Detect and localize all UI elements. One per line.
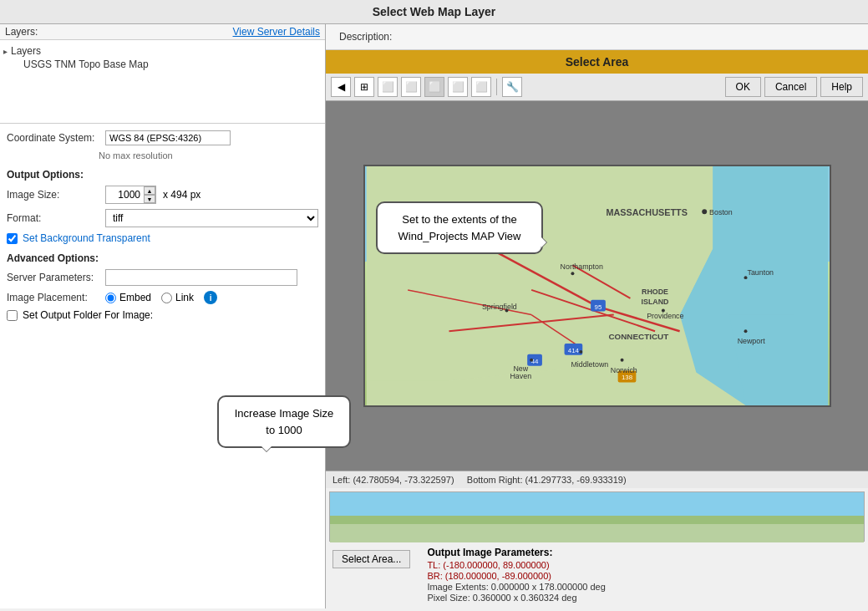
svg-text:ISLAND: ISLAND xyxy=(641,298,669,306)
param-tl: TL: (-180.000000, 89.000000) xyxy=(427,560,605,570)
spinner-down[interactable]: ▼ xyxy=(144,195,155,203)
tree-layer-item[interactable]: USGS TNM Topo Base Map xyxy=(3,59,322,70)
image-size-suffix: x 494 px xyxy=(163,189,201,201)
svg-text:Boston: Boston xyxy=(709,208,733,216)
svg-text:Taunton: Taunton xyxy=(747,268,774,277)
svg-text:CONNECTICUT: CONNECTICUT xyxy=(608,332,668,341)
image-placement-row: Image Placement: Embed Link i xyxy=(7,291,318,304)
image-size-value[interactable] xyxy=(106,187,144,202)
layers-header: Layers: View Server Details xyxy=(0,24,325,40)
map-toolbar: ◀ ⊞ ⬜ ⬜ ⬜ ⬜ ⬜ 🔧 OK Cancel Help xyxy=(326,74,868,101)
svg-text:MASSACHUSETTS: MASSACHUSETTS xyxy=(606,207,687,217)
toolbar-pan-btn[interactable]: ⬜ xyxy=(424,77,444,97)
toolbar-settings-btn[interactable]: 🔧 xyxy=(502,77,522,97)
help-button[interactable]: Help xyxy=(820,77,863,97)
coord-label: Coordinate System: xyxy=(7,132,99,144)
tree-expand-arrow: ▸ xyxy=(3,47,8,56)
server-params-input[interactable] xyxy=(105,269,297,286)
svg-text:414: 414 xyxy=(567,347,579,354)
image-placement-label: Image Placement: xyxy=(7,292,99,303)
background-transparent-checkbox[interactable] xyxy=(7,233,18,244)
svg-point-24 xyxy=(571,272,574,275)
tree-layer-label: USGS TNM Topo Base Map xyxy=(23,59,149,70)
output-params-title: Output Image Parameters: xyxy=(427,547,605,558)
svg-point-35 xyxy=(620,359,623,362)
svg-text:Northampton: Northampton xyxy=(560,262,602,271)
extent-bottomright: Bottom Right: (41.297733, -69.933319) xyxy=(467,475,627,485)
image-size-spinner[interactable]: ▲ ▼ xyxy=(105,186,156,204)
spinner-up[interactable]: ▲ xyxy=(144,186,155,195)
svg-text:New: New xyxy=(513,364,528,373)
param-pixel-size: Pixel Size: 0.360000 x 0.360324 deg xyxy=(427,593,605,603)
svg-text:Haven: Haven xyxy=(510,372,531,380)
map-area[interactable]: Set to the extents of the Wind_Projects … xyxy=(326,101,868,471)
svg-text:Middletown: Middletown xyxy=(571,360,608,369)
svg-text:Newport: Newport xyxy=(737,337,765,345)
toolbar-back-btn[interactable]: ◀ xyxy=(331,77,351,97)
svg-rect-41 xyxy=(330,516,864,524)
info-icon[interactable]: i xyxy=(204,291,217,304)
svg-text:95: 95 xyxy=(594,303,602,311)
link-option[interactable]: Link xyxy=(161,292,194,303)
format-select[interactable]: tiff png jpg xyxy=(105,209,318,227)
svg-point-37 xyxy=(744,329,747,333)
preview-svg xyxy=(330,492,864,542)
server-params-row: Server Parameters: xyxy=(7,269,318,286)
preview-area xyxy=(329,491,865,542)
link-label: Link xyxy=(175,292,194,303)
param-extents: Image Extents: 0.000000 x 178.000000 deg xyxy=(427,582,605,592)
left-panel: Layers: View Server Details ▸ Layers USG… xyxy=(0,24,326,608)
svg-point-33 xyxy=(579,350,582,354)
right-panel: Description: Select Area ◀ ⊞ ⬜ ⬜ ⬜ ⬜ ⬜ 🔧… xyxy=(326,24,868,608)
svg-text:RHODE: RHODE xyxy=(642,288,668,296)
background-transparent-label: Set Background Transparent xyxy=(23,232,150,244)
spinner-buttons: ▲ ▼ xyxy=(144,186,155,203)
ok-button[interactable]: OK xyxy=(725,77,761,97)
link-radio[interactable] xyxy=(161,293,172,303)
svg-point-30 xyxy=(530,359,533,362)
map-extent-tooltip: Set to the extents of the Wind_Projects … xyxy=(376,201,543,254)
background-transparent-row: Set Background Transparent xyxy=(7,232,318,244)
tree-root-label: Layers xyxy=(11,45,41,57)
dialog-title: Select Web Map Layer xyxy=(0,0,868,24)
bottom-options: Coordinate System: No max resolution Out… xyxy=(0,124,325,608)
embed-option[interactable]: Embed xyxy=(105,292,151,303)
output-options-title: Output Options: xyxy=(7,169,318,181)
format-label: Format: xyxy=(7,212,99,224)
tree-root-item[interactable]: ▸ Layers xyxy=(3,43,322,59)
svg-point-20 xyxy=(702,209,707,214)
image-size-label: Image Size: xyxy=(7,189,99,201)
svg-text:138: 138 xyxy=(621,374,632,381)
view-server-link[interactable]: View Server Details xyxy=(233,26,320,38)
param-br: BR: (180.000000, -89.000000) xyxy=(427,571,605,581)
map-extent-tooltip-text: Set to the extents of the Wind_Projects … xyxy=(398,213,521,242)
toolbar-zoom-box-btn[interactable]: ⬜ xyxy=(448,77,468,97)
bottom-info: Left: (42.780594, -73.322597) Bottom Rig… xyxy=(326,471,868,488)
extent-topleft: Left: (42.780594, -73.322597) xyxy=(332,475,454,485)
select-area-button[interactable]: Select Area... xyxy=(332,550,410,568)
svg-text:Providence: Providence xyxy=(647,312,683,320)
cancel-button[interactable]: Cancel xyxy=(764,77,817,97)
embed-radio[interactable] xyxy=(105,293,116,303)
svg-text:Springfield: Springfield xyxy=(481,303,516,311)
svg-rect-40 xyxy=(330,522,864,542)
output-folder-label: Set Output Folder For Image: xyxy=(23,309,153,321)
server-params-label: Server Parameters: xyxy=(7,272,99,283)
coordinate-system-row: Coordinate System: xyxy=(7,130,318,145)
output-folder-checkbox[interactable] xyxy=(7,310,18,321)
toolbar-select-btn[interactable]: ⬜ xyxy=(401,77,421,97)
output-folder-row: Set Output Folder For Image: xyxy=(7,309,318,321)
svg-text:Norwich: Norwich xyxy=(610,366,637,374)
toolbar-separator xyxy=(496,79,497,95)
embed-label: Embed xyxy=(119,292,151,303)
coord-input[interactable] xyxy=(105,130,231,145)
description-label: Description: xyxy=(332,28,398,46)
no-max-resolution: No max resolution xyxy=(7,150,318,160)
increase-image-tooltip: Increase Image Size to 1000 xyxy=(217,395,351,448)
toolbar-zoom-in-btn[interactable]: ⬜ xyxy=(378,77,398,97)
increase-image-tooltip-text: Increase Image Size to 1000 xyxy=(235,407,334,436)
format-row: Format: tiff png jpg xyxy=(7,209,318,227)
toolbar-zoom-extent-btn[interactable]: ⊞ xyxy=(354,77,374,97)
advanced-options-title: Advanced Options: xyxy=(7,252,318,264)
toolbar-layer-btn[interactable]: ⬜ xyxy=(471,77,491,97)
